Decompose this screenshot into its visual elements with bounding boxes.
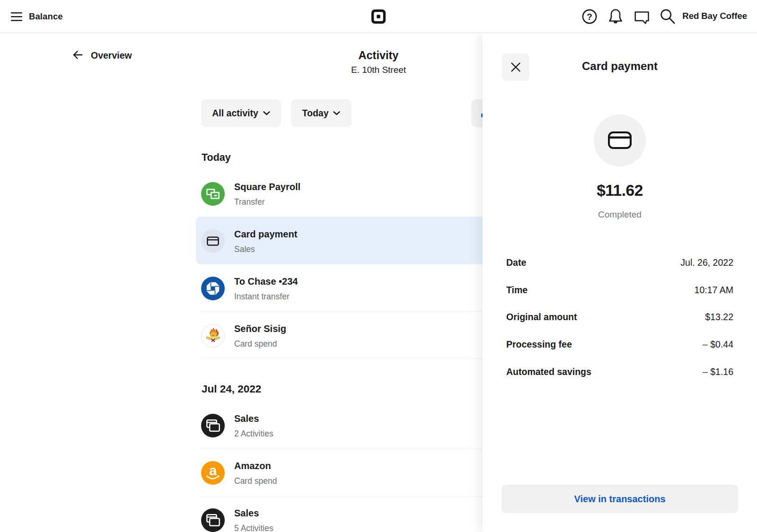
svg-text:a: a xyxy=(209,463,217,478)
svg-text:?: ? xyxy=(587,12,592,22)
